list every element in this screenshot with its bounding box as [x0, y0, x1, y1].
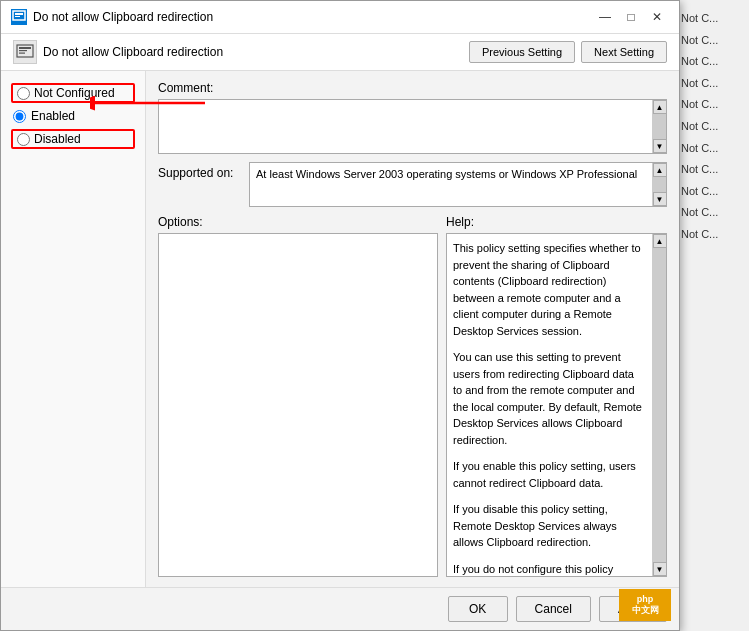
comment-section: Comment: ▲ ▼: [158, 81, 667, 154]
supported-scroll-thumb[interactable]: [653, 177, 666, 192]
sub-header-icon: [13, 40, 37, 64]
options-box: [158, 233, 438, 577]
bg-item-8: Not C...: [679, 159, 745, 181]
bottom-panels: Options: Help: This policy setting speci…: [158, 215, 667, 577]
sub-header-title: Do not allow Clipboard redirection: [43, 45, 223, 59]
right-panel: Comment: ▲ ▼ Supported on: At least Wind…: [146, 71, 679, 587]
svg-rect-4: [19, 47, 31, 49]
options-panel: Options:: [158, 215, 438, 577]
nav-buttons: Previous Setting Next Setting: [469, 41, 667, 63]
comment-textarea[interactable]: [159, 100, 652, 153]
supported-section: Supported on: At least Windows Server 20…: [158, 162, 667, 207]
comment-box: ▲ ▼: [158, 99, 667, 154]
bg-item-4: Not C...: [679, 73, 745, 95]
sub-header-left: Do not allow Clipboard redirection: [13, 40, 223, 64]
help-para-2: You can use this setting to prevent user…: [453, 349, 646, 448]
comment-scrollbar[interactable]: ▲ ▼: [652, 100, 666, 153]
svg-rect-1: [15, 13, 23, 15]
not-configured-radio[interactable]: [17, 87, 30, 100]
help-box: This policy setting specifies whether to…: [446, 233, 667, 577]
content-area: Not Configured Enabled Disabled Comment:: [1, 71, 679, 587]
sub-header: Do not allow Clipboard redirection Previ…: [1, 34, 679, 71]
disabled-option[interactable]: Disabled: [11, 129, 135, 149]
disabled-radio[interactable]: [17, 133, 30, 146]
svg-rect-5: [19, 50, 27, 51]
help-scroll-down[interactable]: ▼: [653, 562, 667, 576]
watermark: php中文网: [619, 589, 671, 621]
next-setting-button[interactable]: Next Setting: [581, 41, 667, 63]
scroll-up-arrow[interactable]: ▲: [653, 100, 667, 114]
supported-scrollbar[interactable]: ▲ ▼: [652, 163, 666, 206]
help-panel: Help: This policy setting specifies whet…: [446, 215, 667, 577]
bg-item-11: Not C...: [679, 224, 745, 246]
svg-rect-2: [15, 16, 20, 17]
help-para-5: If you do not configure this policy sett…: [453, 561, 646, 577]
help-para-3: If you enable this policy setting, users…: [453, 458, 646, 491]
cancel-button[interactable]: Cancel: [516, 596, 591, 622]
bg-item-2: Not C...: [679, 30, 745, 52]
help-scroll-thumb[interactable]: [653, 248, 666, 562]
previous-setting-button[interactable]: Previous Setting: [469, 41, 575, 63]
bg-item-7: Not C...: [679, 138, 745, 160]
left-panel: Not Configured Enabled Disabled: [1, 71, 146, 587]
scroll-thumb[interactable]: [653, 114, 666, 139]
scroll-down-arrow[interactable]: ▼: [653, 139, 667, 153]
supported-box: At least Windows Server 2003 operating s…: [249, 162, 667, 207]
svg-rect-6: [19, 53, 25, 54]
bg-item-9: Not C...: [679, 181, 745, 203]
bg-item-5: Not C...: [679, 94, 745, 116]
options-label: Options:: [158, 215, 438, 229]
supported-scroll-up[interactable]: ▲: [653, 163, 667, 177]
help-para-1: This policy setting specifies whether to…: [453, 240, 646, 339]
arrow-annotation: [90, 88, 210, 121]
enabled-radio[interactable]: [13, 110, 26, 123]
title-controls: — □ ✕: [593, 7, 669, 27]
enabled-label: Enabled: [31, 109, 75, 123]
bg-item-3: Not C...: [679, 51, 745, 73]
help-para-4: If you disable this policy setting, Remo…: [453, 501, 646, 551]
close-button[interactable]: ✕: [645, 7, 669, 27]
supported-text: At least Windows Server 2003 operating s…: [250, 163, 652, 186]
title-bar-left: Do not allow Clipboard redirection: [11, 9, 213, 25]
bg-item-1: Not C...: [679, 8, 745, 30]
supported-scroll-down[interactable]: ▼: [653, 192, 667, 206]
svg-rect-0: [13, 11, 25, 20]
supported-label: Supported on:: [158, 162, 243, 180]
bg-item-6: Not C...: [679, 116, 745, 138]
minimize-button[interactable]: —: [593, 7, 617, 27]
maximize-button[interactable]: □: [619, 7, 643, 27]
help-label: Help:: [446, 215, 667, 229]
help-scroll-up[interactable]: ▲: [653, 234, 667, 248]
comment-label: Comment:: [158, 81, 667, 95]
ok-button[interactable]: OK: [448, 596, 508, 622]
help-text: This policy setting specifies whether to…: [447, 234, 652, 576]
help-scrollbar[interactable]: ▲ ▼: [652, 234, 666, 576]
title-bar: Do not allow Clipboard redirection — □ ✕: [1, 1, 679, 34]
disabled-label: Disabled: [34, 132, 81, 146]
background-panel: Not C... Not C... Not C... Not C... Not …: [674, 0, 749, 631]
dialog-title: Do not allow Clipboard redirection: [33, 10, 213, 24]
footer: OK Cancel Apply: [1, 587, 679, 630]
dialog-icon: [11, 9, 27, 25]
bg-item-10: Not C...: [679, 202, 745, 224]
